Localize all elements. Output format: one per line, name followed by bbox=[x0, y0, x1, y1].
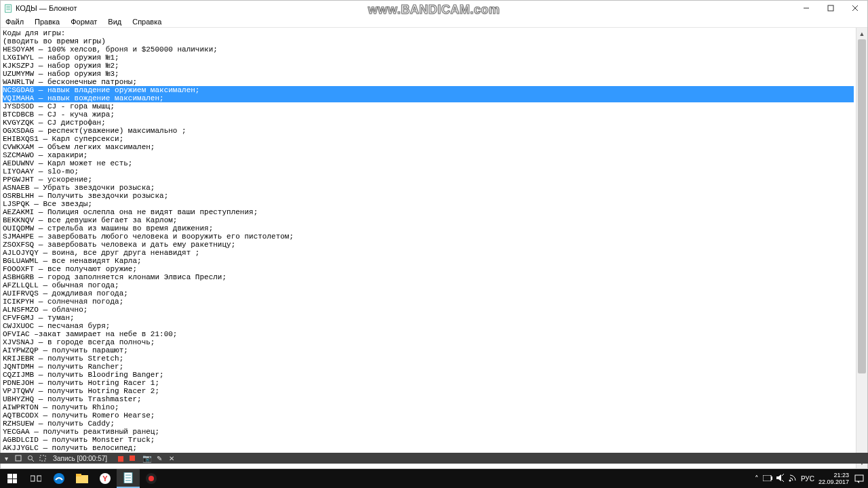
start-button[interactable] bbox=[0, 469, 24, 488]
recbar-fullscreen-icon[interactable] bbox=[37, 453, 48, 464]
recbar-window-icon[interactable] bbox=[13, 453, 24, 464]
notepad-window: КОДЫ — Блокнот Файл Правка Формат Вид Сп… bbox=[0, 0, 868, 469]
text-line: XJVSNAJ — в городе всегда полночь; bbox=[3, 338, 854, 346]
svg-marker-27 bbox=[776, 474, 781, 481]
taskbar-yandex[interactable]: Y bbox=[94, 469, 117, 488]
scrollbar[interactable]: ▲ ▼ bbox=[856, 28, 867, 468]
text-line: YECGAA — получить реактивный ранец; bbox=[3, 428, 854, 436]
tray-clock[interactable]: 21:23 22.09.2017 bbox=[818, 472, 849, 485]
tray-language[interactable]: РУС bbox=[801, 475, 814, 483]
text-line: AFZLLQLL — обычная погода; bbox=[3, 281, 854, 289]
tray-battery-icon[interactable] bbox=[763, 474, 772, 483]
recbar-menu-icon[interactable]: ▾ bbox=[1, 453, 12, 464]
screenshot-button[interactable]: 📷 bbox=[142, 453, 153, 464]
menu-file[interactable]: Файл bbox=[3, 17, 26, 26]
text-line: LXGIWYL — набор оружия №1; bbox=[3, 54, 854, 62]
svg-rect-31 bbox=[855, 475, 863, 481]
svg-rect-12 bbox=[31, 476, 35, 481]
text-area[interactable]: Коды для игры:(вводить во время игры)HES… bbox=[1, 28, 856, 468]
text-line: (вводить во время игры) bbox=[3, 37, 854, 45]
text-line: SZCMAWO — харакири; bbox=[3, 151, 854, 159]
svg-point-24 bbox=[149, 476, 154, 481]
text-line: ASNAEB — Убрать звездочки розыска; bbox=[3, 184, 854, 192]
scroll-up-icon[interactable]: ▲ bbox=[856, 28, 867, 39]
system-tray: ˄ РУС 21:23 22.09.2017 bbox=[755, 469, 868, 488]
recbar-close-button[interactable]: ✕ bbox=[166, 453, 177, 464]
tray-volume-icon[interactable] bbox=[776, 474, 785, 483]
tray-notifications-icon[interactable] bbox=[853, 473, 865, 484]
recording-bar: ▾ Запись [00:00:57] ▮▮ 📷 ✎ ✕ bbox=[0, 453, 868, 464]
svg-rect-5 bbox=[828, 5, 833, 11]
text-line: BTCDBCB — CJ - куча жира; bbox=[3, 110, 854, 119]
recbar-search-icon[interactable] bbox=[25, 453, 36, 464]
text-line: WANRLTW — бесконечные патроны; bbox=[3, 78, 854, 86]
text-line: KRIJEBR — получить Stretch; bbox=[3, 354, 854, 363]
menu-view[interactable]: Вид bbox=[106, 17, 123, 26]
svg-rect-0 bbox=[5, 4, 11, 12]
menu-format[interactable]: Формат bbox=[68, 17, 99, 26]
text-line: SJMAHPE — завербовать любого человека и … bbox=[3, 232, 854, 241]
text-line: ZSOXFSQ — завербовать человека и дать ем… bbox=[3, 241, 854, 249]
text-line: LIYOAAY — slo-mo; bbox=[3, 167, 854, 176]
close-button[interactable] bbox=[843, 1, 867, 16]
text-line: AKJJYGLC — получить велосипед; bbox=[3, 444, 854, 452]
taskbar-edge[interactable] bbox=[47, 469, 71, 488]
svg-line-28 bbox=[782, 474, 784, 476]
text-line: OUIQDMW — стрельба из машины во время дв… bbox=[3, 224, 854, 232]
svg-line-29 bbox=[782, 480, 784, 482]
svg-point-30 bbox=[789, 480, 791, 482]
text-line: ICIKPYH — солнечная погода; bbox=[3, 298, 854, 306]
text-line: AGBDLCID — получить Monster Truck; bbox=[3, 436, 854, 444]
text-line: PDNEJOH — получить Hotring Racer 1; bbox=[3, 379, 854, 387]
text-line: AIYPWZQP — получить парашют; bbox=[3, 346, 854, 354]
svg-point-9 bbox=[28, 455, 32, 460]
text-line: AEDUWNV — Карл может не есть; bbox=[3, 159, 854, 167]
text-line: Коды для игры: bbox=[3, 29, 854, 37]
menu-help[interactable]: Справка bbox=[130, 17, 163, 26]
minimize-button[interactable] bbox=[794, 1, 818, 16]
text-line: CFVFGMJ — туман; bbox=[3, 314, 854, 322]
text-line: RZHSUEW — получить Caddy; bbox=[3, 420, 854, 428]
text-line: FOOOXFT — все получают оружие; bbox=[3, 265, 854, 273]
maximize-button[interactable] bbox=[818, 1, 843, 16]
text-line: OFVIAC –закат замирает на небе в 21:00; bbox=[3, 330, 854, 338]
taskbar-explorer[interactable] bbox=[71, 469, 94, 488]
text-line-selected: NCSGDAG — навык владение оружием максима… bbox=[3, 86, 854, 94]
text-line: AIWPRTON — получить Rhino; bbox=[3, 403, 854, 411]
taskbar-notepad[interactable] bbox=[117, 469, 140, 488]
tray-chevron-up-icon[interactable]: ˄ bbox=[755, 474, 759, 483]
text-line: KVGYZQK — CJ дистрофан; bbox=[3, 119, 854, 127]
text-line: KJKSZPJ — набор оружия №2; bbox=[3, 62, 854, 70]
text-line: AEZAKMI — Полиция ослепла она не видят в… bbox=[3, 208, 854, 216]
text-line: CVWKXAM — Объем легких максимален; bbox=[3, 143, 854, 151]
svg-rect-25 bbox=[763, 475, 771, 481]
tray-date: 22.09.2017 bbox=[818, 479, 849, 485]
tray-network-icon[interactable] bbox=[789, 474, 797, 483]
pause-button[interactable]: ▮▮ bbox=[115, 453, 125, 464]
text-line: JYSDSOD — CJ - гора мышц; bbox=[3, 102, 854, 110]
text-line: OSRBLHH — Получить звездочки розыска; bbox=[3, 192, 854, 200]
text-line: CQZIJMB — получить Bloodring Banger; bbox=[3, 371, 854, 379]
svg-rect-8 bbox=[16, 455, 21, 461]
text-line: ASBHGRB — город заполняется клонами Элви… bbox=[3, 273, 854, 281]
taskbar-bandicam[interactable] bbox=[140, 469, 163, 488]
notepad-icon bbox=[3, 3, 13, 13]
titlebar[interactable]: КОДЫ — Блокнот bbox=[1, 1, 867, 16]
tray-time: 21:23 bbox=[818, 472, 849, 479]
text-line: OGXSDAG — респект(уважение) максимально … bbox=[3, 127, 854, 135]
svg-rect-26 bbox=[771, 476, 772, 480]
taskbar-taskview[interactable] bbox=[24, 469, 47, 488]
menu-edit[interactable]: Правка bbox=[33, 17, 62, 26]
scroll-track[interactable] bbox=[856, 39, 867, 457]
text-line: LJSPQK — Все звезды; bbox=[3, 200, 854, 208]
text-line: VPJTQWV — получить Hotring Racer 2; bbox=[3, 387, 854, 395]
windows-logo-icon bbox=[7, 474, 17, 483]
text-line: BGLUAWML — все ненавидят Карла; bbox=[3, 257, 854, 265]
text-line: AJLOJYQY — воина, все друг друга ненавид… bbox=[3, 249, 854, 257]
scroll-thumb[interactable] bbox=[858, 39, 866, 373]
stop-button[interactable] bbox=[127, 453, 138, 464]
svg-rect-11 bbox=[40, 455, 45, 461]
menubar: Файл Правка Формат Вид Справка bbox=[1, 16, 867, 28]
svg-line-10 bbox=[32, 460, 34, 462]
draw-button[interactable]: ✎ bbox=[154, 453, 165, 464]
